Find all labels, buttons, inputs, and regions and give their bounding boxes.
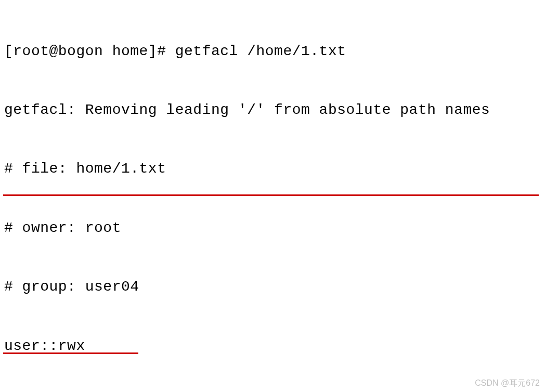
terminal-line: getfacl: Removing leading '/' from absol… <box>4 100 542 120</box>
watermark: CSDN @耳元672 <box>475 377 540 389</box>
annotation-underline <box>3 194 539 196</box>
annotation-underline <box>3 352 138 354</box>
terminal-output: [root@bogon home]# getfacl /home/1.txt g… <box>0 0 546 392</box>
terminal-line: # file: home/1.txt <box>4 159 542 179</box>
terminal-line: # group: user04 <box>4 277 542 297</box>
terminal-line: # owner: root <box>4 218 542 238</box>
terminal-line: [root@bogon home]# getfacl /home/1.txt <box>4 42 542 61</box>
